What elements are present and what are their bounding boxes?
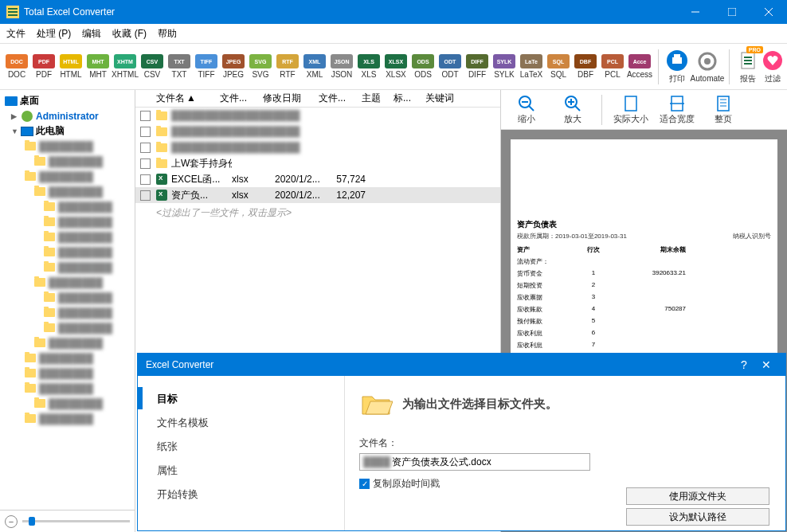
print-button[interactable]: 打印 xyxy=(664,49,691,84)
col-name[interactable]: 文件名▲ xyxy=(156,92,220,105)
tree-folder-item[interactable]: ████████ xyxy=(0,350,135,366)
format-mht[interactable]: MHTMHT xyxy=(85,54,111,79)
step-target[interactable]: 目标 xyxy=(138,387,344,411)
expand-arrow[interactable]: ▶ xyxy=(11,112,21,120)
col-type[interactable]: 文件... xyxy=(220,92,263,105)
tree-folder-item[interactable]: ████████ xyxy=(0,305,135,320)
format-pcl[interactable]: PCLPCL xyxy=(600,54,625,79)
format-latex[interactable]: LaTeLaTeX xyxy=(519,54,544,79)
format-xhtml[interactable]: XHTMXHTML xyxy=(112,54,138,79)
col-size[interactable]: 文件... xyxy=(319,92,362,105)
report-button[interactable]: PRO 报告 xyxy=(734,49,762,84)
zoom-slider[interactable] xyxy=(22,520,130,522)
tree-folder-item[interactable]: ████████ xyxy=(0,366,135,381)
zoom-in-button[interactable]: 放大 xyxy=(550,94,595,125)
tree-folder-item[interactable]: ████████ xyxy=(0,199,135,214)
row-checkbox[interactable] xyxy=(140,111,151,121)
tree-folder-item[interactable]: ████████ xyxy=(0,244,135,260)
set-default-path-button[interactable]: 设为默认路径 xyxy=(626,508,769,526)
tree-folder-item[interactable]: ████████ xyxy=(0,275,135,290)
format-jpeg[interactable]: JPEGJPEG xyxy=(221,54,246,79)
dialog-close-button[interactable]: ✕ xyxy=(755,358,777,371)
maximize-button[interactable] xyxy=(714,0,750,24)
full-page-button[interactable]: 整页 xyxy=(701,94,746,125)
minimize-button[interactable] xyxy=(677,0,714,24)
menu-edit[interactable]: 编辑 xyxy=(82,27,101,41)
filter-button[interactable]: 过滤 xyxy=(762,49,784,84)
format-dbf[interactable]: DBFDBF xyxy=(573,54,598,79)
zoom-out-button[interactable]: − xyxy=(5,515,18,528)
tree-folder-item[interactable]: ████████ xyxy=(0,335,135,350)
file-row[interactable]: ███████████████████ xyxy=(135,123,500,139)
filter-note[interactable]: <过滤出了一些文件，双击显示> xyxy=(135,203,500,220)
close-button[interactable] xyxy=(750,0,787,24)
format-html[interactable]: HTMLHTML xyxy=(58,54,84,79)
full-page-icon xyxy=(714,94,733,113)
tree-folder-item[interactable]: ████████ xyxy=(0,184,135,199)
row-checkbox[interactable] xyxy=(140,158,151,169)
format-diff[interactable]: DIFFDIFF xyxy=(464,54,490,79)
menu-favorites[interactable]: 收藏 (F) xyxy=(112,27,147,41)
step-paper[interactable]: 纸张 xyxy=(138,435,344,459)
tree-folder-item[interactable]: ████████ xyxy=(0,139,135,154)
format-sql[interactable]: SQLSQL xyxy=(546,54,571,79)
tree-folder-item[interactable]: ████████ xyxy=(0,169,135,184)
col-subject[interactable]: 主题 xyxy=(362,92,394,105)
row-checkbox[interactable] xyxy=(140,127,151,137)
step-props[interactable]: 属性 xyxy=(138,459,344,483)
file-row[interactable]: 上W套手持身份证及学生证信息 xyxy=(135,155,500,171)
format-txt[interactable]: TXTTXT xyxy=(166,54,192,79)
row-checkbox[interactable] xyxy=(140,190,151,201)
format-icon: XHTM xyxy=(114,54,136,68)
collapse-arrow[interactable]: ▼ xyxy=(11,127,21,135)
actual-size-button[interactable]: 实际大小 xyxy=(609,94,653,125)
format-svg[interactable]: SVGSVG xyxy=(248,54,273,79)
format-rtf[interactable]: RTFRTF xyxy=(275,54,300,79)
file-row[interactable]: EXCEL函...xlsx2020/1/2...57,724 xyxy=(135,171,500,187)
format-xls[interactable]: XLSXLS xyxy=(356,54,382,79)
tree-folder-item[interactable]: ████████ xyxy=(0,381,135,396)
col-tag[interactable]: 标... xyxy=(394,92,425,105)
menu-help[interactable]: 帮助 xyxy=(158,27,177,41)
tree-folder-item[interactable]: ████████ xyxy=(0,290,135,305)
format-sylk[interactable]: SYLKSYLK xyxy=(491,54,517,79)
dialog-help-button[interactable]: ? xyxy=(733,358,755,371)
use-source-folder-button[interactable]: 使用源文件夹 xyxy=(626,487,769,505)
format-odt[interactable]: ODTODT xyxy=(437,54,463,79)
format-doc[interactable]: DOCDOC xyxy=(4,54,29,79)
format-tiff[interactable]: TIFFTIFF xyxy=(194,54,219,79)
format-ods[interactable]: ODSODS xyxy=(410,54,436,79)
row-checkbox[interactable] xyxy=(140,174,151,185)
col-date[interactable]: 修改日期 xyxy=(263,92,319,105)
tree-folder-item[interactable]: ████████ xyxy=(0,411,135,426)
step-template[interactable]: 文件名模板 xyxy=(138,411,344,435)
menu-process[interactable]: 处理 (P) xyxy=(37,27,71,41)
tree-desktop[interactable]: 桌面 xyxy=(0,93,135,108)
file-row[interactable]: ███████████████████ xyxy=(135,108,500,123)
tree-this-pc[interactable]: ▼ 此电脑 xyxy=(0,123,135,139)
format-csv[interactable]: CSVCSV xyxy=(139,54,165,79)
format-access[interactable]: AcceAccess xyxy=(627,54,652,79)
format-xml[interactable]: XMLXML xyxy=(302,54,327,79)
filename-input[interactable]: ████资产负债表及公式.docx xyxy=(359,453,590,471)
format-pdf[interactable]: PDFPDF xyxy=(31,54,57,79)
tree-administrator[interactable]: ▶ Administrator xyxy=(0,108,135,123)
tree-folder-item[interactable]: ████████ xyxy=(0,320,135,335)
file-row[interactable]: 资产负...xlsx2020/1/2...12,207 xyxy=(135,187,500,203)
tree-folder-item[interactable]: ████████ xyxy=(0,154,135,169)
col-keyword[interactable]: 关键词 xyxy=(425,92,465,105)
tree-folder-item[interactable]: ████████ xyxy=(0,229,135,244)
step-start[interactable]: 开始转换 xyxy=(138,483,344,507)
menu-file[interactable]: 文件 xyxy=(6,27,25,41)
format-icon: SYLK xyxy=(493,54,515,68)
tree-folder-item[interactable]: ████████ xyxy=(0,396,135,411)
file-row[interactable]: ███████████████████ xyxy=(135,139,500,155)
tree-folder-item[interactable]: ████████ xyxy=(0,260,135,275)
format-xlsx[interactable]: XLSXXLSX xyxy=(383,54,409,79)
fit-width-button[interactable]: 适合宽度 xyxy=(655,94,699,125)
zoom-out-button[interactable]: 缩小 xyxy=(504,94,549,125)
row-checkbox[interactable] xyxy=(140,143,151,153)
format-json[interactable]: JSONJSON xyxy=(329,54,354,79)
tree-folder-item[interactable]: ████████ xyxy=(0,214,135,229)
automate-button[interactable]: Automate xyxy=(691,50,725,83)
